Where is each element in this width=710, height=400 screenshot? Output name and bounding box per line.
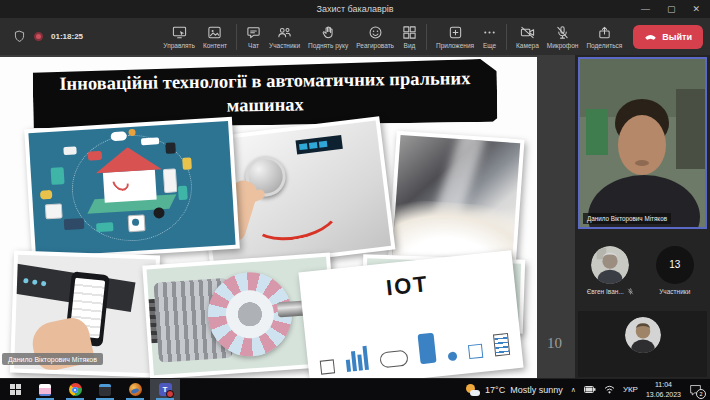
teams-icon: T [159,383,172,396]
meeting-timer: 01:18:25 [51,32,83,41]
active-speaker-video[interactable]: Данило Вікторович Мітяков [578,57,707,229]
clock[interactable]: 11:04 13.06.2023 [646,380,681,399]
video-panel: Данило Вікторович Мітяков Євген Іван... … [575,55,710,378]
notification-badge: 2 [696,389,706,399]
participants-count: 13 [656,246,694,284]
smart-house-icon [103,170,157,203]
participant-avatar [591,246,629,284]
participants-overflow[interactable]: 13 Участники [643,235,708,305]
window-titlebar: Захист бакалаврів — ▢ ✕ [0,0,710,18]
tray-date: 13.06.2023 [646,390,681,399]
participants-icon [277,25,292,40]
share-up-icon [597,25,612,40]
tray-time: 11:04 [646,380,681,389]
calculator-icon [99,384,111,396]
speaker-name-tag: Данило Вікторович Мітяков [583,213,671,224]
apps-plus-icon [448,25,463,40]
security-shield-icon[interactable] [13,30,26,43]
recording-indicator-icon [34,32,43,41]
toolbar-separator [426,24,427,50]
slide-page-number: 10 [547,335,562,352]
speaker-video-frame [580,59,705,227]
participants-strip: Євген Іван... 13 Участники [578,235,707,305]
notification-center[interactable]: 2 [689,384,702,396]
leave-phone-icon [644,32,657,41]
apps-button[interactable]: Приложения [433,23,477,51]
tray-expand-chevron-icon[interactable]: ∧ [571,386,576,394]
camera-off-icon [520,25,535,40]
files-app-icon [39,384,51,396]
raise-hand-button[interactable]: Поднять руку [305,23,351,51]
shared-slide: Інноваційні технології в автоматичних пр… [0,57,537,378]
taskbar-app-files[interactable] [30,379,60,400]
chat-button[interactable]: Чат [243,23,264,51]
window-title: Захист бакалаврів [316,4,393,14]
phone-icon [418,333,437,365]
react-button[interactable]: Реагировать [353,23,397,51]
chrome-icon [69,383,82,396]
toolbar-separator [506,24,507,50]
maximize-button[interactable]: ▢ [667,4,676,14]
raise-hand-icon [321,25,336,40]
camera-button[interactable]: Камера [513,23,542,51]
iot-caption: IOT [304,262,512,309]
battery-icon[interactable] [584,385,596,394]
manage-button[interactable]: Управлять [160,23,198,51]
weather-icon [466,384,480,396]
monitor-icon [468,344,483,359]
taskbar-app-teams[interactable]: T [150,379,180,400]
content-image-icon [207,25,222,40]
minimize-button[interactable]: — [641,4,650,14]
device-icon [320,359,335,374]
more-button[interactable]: Еще [479,23,500,51]
share-button[interactable]: Поделиться [583,23,625,51]
mic-button[interactable]: Микрофон [544,23,582,51]
participant-name: Євген Іван... [587,288,624,295]
node-icon [448,351,458,361]
taskbar-app-calculator[interactable] [90,379,120,400]
paint-app-icon [129,383,142,396]
content-button[interactable]: Контент [200,23,230,51]
close-button[interactable]: ✕ [692,4,700,14]
chart-icon [345,346,369,372]
view-button[interactable]: Вид [399,23,420,51]
chat-bubble-icon [246,25,261,40]
remote-control-icon [172,25,187,40]
weather-widget[interactable]: 17°C Mostly sunny [466,384,563,396]
participant-thumb[interactable]: Євген Іван... [578,235,643,305]
leave-button[interactable]: Выйти [633,25,703,49]
system-tray: 17°C Mostly sunny ∧ УКР 11:04 13.06.2023… [466,379,710,400]
windows-logo-icon [10,384,21,395]
meeting-toolbar: 01:18:25 Управлять Контент Чат Участники [0,18,710,55]
participants-button[interactable]: Участники [266,23,303,51]
participants-label: Участники [659,288,690,295]
windows-taskbar: T 17°C Mostly sunny ∧ УКР 11:04 13.06.20… [0,378,710,400]
taskbar-app-paint[interactable] [120,379,150,400]
language-indicator[interactable]: УКР [623,385,638,394]
weather-desc: Mostly sunny [510,385,563,395]
presenter-name-tag: Данило Вікторович Мітяков [2,353,103,365]
weather-temp: 17°C [485,385,505,395]
cloud-icon [379,350,409,369]
screen-share-area: Інноваційні технології в автоматичних пр… [0,55,575,378]
photo-smart-home [24,117,240,261]
taskbar-app-chrome[interactable] [60,379,90,400]
more-dots-icon [482,25,497,40]
mic-muted-icon [627,288,634,295]
checklist-icon [493,333,510,356]
mic-off-icon [555,25,570,40]
wifi-icon[interactable] [604,385,615,394]
slide-title: Інноваційні технології в автоматичних пр… [33,67,498,120]
meeting-window: Захист бакалаврів — ▢ ✕ 01:18:25 Управля… [0,0,710,400]
toolbar-separator [236,24,237,50]
participant-video-tile[interactable] [578,311,707,377]
photo-iot-diagram: IOT [298,250,523,378]
grid-view-icon [402,25,417,40]
smiley-icon [368,25,383,40]
washer-display [295,135,342,155]
start-button[interactable] [0,379,30,400]
participant-avatar [625,317,661,353]
slide-title-banner: Інноваційні технології в автоматичних пр… [33,59,498,128]
